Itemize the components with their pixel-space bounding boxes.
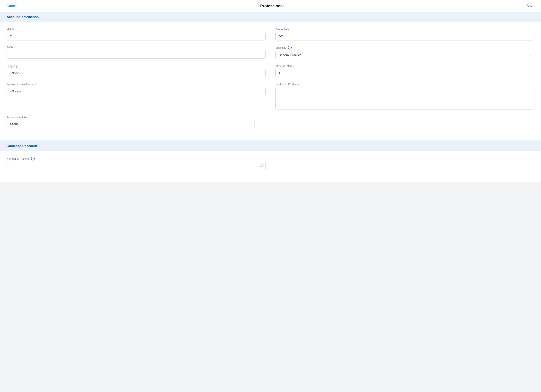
language-field-group: Language --None-- English Spanish French… — [7, 64, 265, 77]
suffix-label: Suffix — [7, 46, 265, 49]
language-label: Language — [7, 64, 265, 68]
number-of-patients-input[interactable] — [7, 162, 265, 170]
language-select-wrapper: --None-- English Spanish French German ⌄ — [7, 69, 265, 77]
account-information-form-body: Middle Credentials DO MD PhD RN NP ⌄ — [0, 22, 541, 140]
account-identifier-label: Account Identifier — [7, 116, 534, 119]
page-title: Professional — [260, 4, 284, 8]
middle-input[interactable] — [7, 32, 265, 41]
alternate-name-input[interactable] — [276, 69, 534, 77]
number-of-patients-label: Number of Patients ? — [7, 157, 265, 161]
number-of-patients-field-group: Number of Patients ? — [7, 157, 265, 170]
alternate-name-field-group: Alternate Name — [276, 64, 534, 77]
suffix-field-group: Suffix — [7, 46, 265, 59]
account-information-grid: Middle Credentials DO MD PhD RN NP ⌄ — [7, 28, 534, 134]
approved-email-consent-select[interactable]: --None-- Yes No — [7, 87, 265, 95]
suffix-label-text: Suffix — [7, 46, 13, 49]
specialty-label-text: Specialty — [276, 46, 286, 49]
restricted-products-label-text: Restricted Products — [276, 83, 299, 86]
suffix-input[interactable] — [7, 50, 265, 58]
middle-label: Middle — [7, 28, 265, 31]
account-information-section-header: Account Information — [0, 12, 541, 22]
alternate-name-label: Alternate Name — [276, 64, 534, 68]
restricted-products-label: Restricted Products — [276, 83, 534, 86]
language-select[interactable]: --None-- English Spanish French German — [7, 69, 265, 77]
account-identifier-field-group: Account Identifier — [7, 116, 534, 128]
middle-label-text: Middle — [7, 28, 14, 31]
account-identifier-input[interactable] — [7, 120, 255, 128]
specialty-select-wrapper: General Practice Cardiology Dermatology … — [276, 51, 534, 59]
cholecap-section-title: Cholecap Research — [7, 144, 37, 148]
restricted-products-textarea[interactable] — [276, 87, 534, 110]
cholecap-research-grid: Number of Patients ? — [7, 157, 534, 175]
specialty-field-group: Specialty ? General Practice Cardiology … — [276, 46, 534, 59]
middle-field-group: Middle — [7, 28, 265, 41]
restricted-products-field-group: Restricted Products — [276, 83, 534, 110]
credentials-label: Credentials — [276, 28, 534, 31]
alternate-name-label-text: Alternate Name — [276, 64, 294, 68]
language-label-text: Language — [7, 64, 18, 68]
approved-email-consent-select-wrapper: --None-- Yes No ⌄ — [7, 87, 265, 95]
approved-email-consent-field-group: Approved Email Consent --None-- Yes No ⌄ — [7, 83, 265, 110]
specialty-label: Specialty ? — [276, 46, 534, 50]
save-button[interactable]: Save — [526, 4, 534, 8]
account-section-title: Account Information — [7, 15, 39, 19]
credentials-label-text: Credentials — [276, 28, 289, 31]
number-of-patients-label-text: Number of Patients — [7, 157, 29, 160]
account-identifier-label-text: Account Identifier — [7, 116, 27, 119]
cholecap-research-section-header: Cholecap Research — [0, 141, 541, 151]
approved-email-consent-label: Approved Email Consent — [7, 83, 265, 86]
number-of-patients-help-icon[interactable]: ? — [31, 157, 35, 161]
specialty-select[interactable]: General Practice Cardiology Dermatology … — [276, 51, 534, 59]
credentials-select-wrapper: DO MD PhD RN NP ⌄ — [276, 32, 534, 41]
credentials-select[interactable]: DO MD PhD RN NP — [276, 32, 534, 41]
page-header: Cancel Professional Save — [0, 0, 541, 12]
credentials-field-group: Credentials DO MD PhD RN NP ⌄ — [276, 28, 534, 41]
number-of-patients-input-wrapper — [7, 162, 265, 170]
specialty-help-icon[interactable]: ? — [288, 46, 292, 50]
cancel-button[interactable]: Cancel — [7, 4, 17, 8]
cholecap-research-form-body: Number of Patients ? — [0, 151, 541, 182]
approved-email-consent-label-text: Approved Email Consent — [7, 83, 36, 86]
